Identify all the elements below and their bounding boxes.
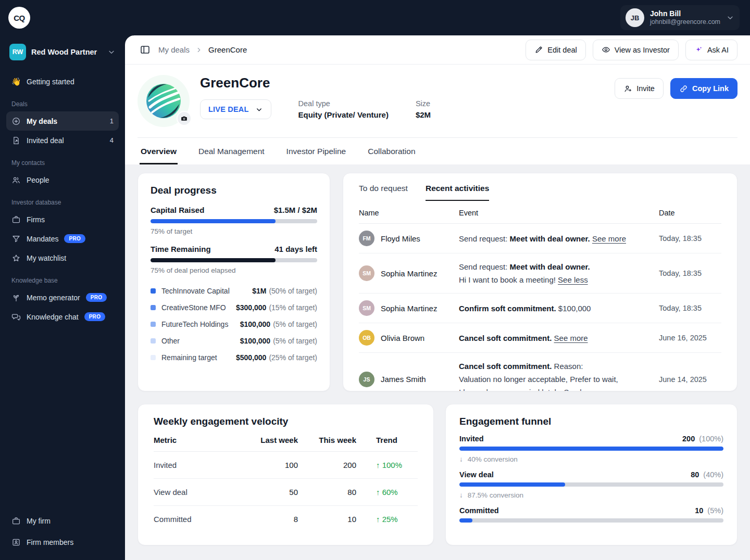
tab-to-do-request[interactable]: To do request [359, 184, 408, 201]
deal-logo [138, 75, 190, 127]
sidebar-item-label: My deals [27, 117, 57, 125]
sidebar-item-my-deals[interactable]: My deals1 [6, 111, 119, 131]
eye-icon [602, 45, 610, 54]
sidebar-toggle-icon[interactable] [138, 43, 152, 57]
arrow-up-icon: ↑ [376, 461, 382, 469]
breadcrumb-bar: My deals GreenCore Edit deal View as Inv… [125, 35, 750, 65]
activity-row: SMSophia MartinezConfirm soft commitment… [359, 294, 721, 323]
breakdown-label: TechInnovate Capital [161, 287, 252, 295]
tab-investor-pipeline[interactable]: Investor Pipeline [285, 138, 347, 164]
user-menu[interactable]: JB John Bill johnbill@greencore.com [620, 5, 740, 30]
see-less-link[interactable]: See less [564, 388, 594, 391]
conversion-note: ↓87.5% conversion [459, 491, 723, 499]
funnel-bar-fill [459, 518, 472, 523]
time-remaining-label: Time Remaining [151, 245, 211, 253]
see-less-link[interactable]: See less [558, 275, 588, 284]
sidebar-item-mandates[interactable]: MandatesPRO [6, 229, 119, 248]
workspace-switcher[interactable]: RW Red Wood Partner [6, 41, 119, 63]
ask-ai-button[interactable]: Ask AI [685, 40, 738, 60]
event-line: Hi I want to book a meeting! See less [459, 273, 651, 286]
funnel-step-percent: (5%) [705, 506, 723, 515]
pro-badge: PRO [64, 234, 85, 243]
breakdown-value: $500,000 [236, 353, 266, 362]
metric-label: Invited [154, 461, 236, 469]
star-icon [11, 253, 21, 263]
sidebar-item-people[interactable]: People [6, 170, 119, 189]
arrow-up-icon: ↑ [376, 488, 382, 497]
wave-emoji: 👋 [11, 77, 21, 86]
sidebar-item-my-firm[interactable]: My firm [6, 511, 119, 530]
activities-card: To do requestRecent activities Name Even… [343, 173, 738, 391]
legend-swatch [151, 305, 156, 310]
breakdown-label: FutureTech Holdings [161, 320, 240, 328]
workspace-badge: RW [9, 44, 26, 60]
event-text: $100,000 [556, 304, 591, 313]
activity-row: SMSophia MartinezSend request: Meet with… [359, 253, 721, 294]
event-text: Reason: [552, 362, 583, 371]
event-bold-text: Cancel soft commitment. [459, 334, 552, 342]
event-line: Send request: Meet with deal owner. See … [459, 232, 651, 245]
event-line: Valuation no longer acceptable, Prefer t… [459, 373, 651, 386]
deal-progress-card: Deal progress Capital Raised $1.5M / $2M… [138, 173, 330, 391]
sidebar-item-getting-started[interactable]: 👋Getting started [6, 72, 119, 91]
event-bold-text: Cancel soft commitment. [459, 362, 552, 371]
sidebar-item-firms[interactable]: Firms [6, 210, 119, 229]
deal-size-value: $2M [416, 110, 431, 119]
sidebar-item-label: Getting started [27, 78, 74, 86]
activity-event-cell: Cancel soft commitment. Reason:Valuation… [459, 360, 659, 391]
sidebar-item-memo-generator[interactable]: Memo generatorPRO [6, 288, 119, 307]
funnel-bar [459, 518, 723, 523]
velocity-row: Committed810↑ 25% [154, 506, 418, 532]
tab-overview[interactable]: Overview [140, 138, 178, 164]
breakdown-row: TechInnovate Capital$1M(50% of target) [151, 283, 317, 299]
sidebar-item-knowledge-chat[interactable]: Knowledge chatPRO [6, 307, 119, 326]
invite-button[interactable]: Invite [615, 78, 664, 99]
copy-link-button[interactable]: Copy Link [670, 78, 738, 99]
activity-row: JSJames SmithCancel soft commitment. Rea… [359, 353, 721, 391]
tab-collaboration[interactable]: Collaboration [367, 138, 416, 164]
briefcase-icon [11, 516, 21, 526]
avatar: SM [359, 300, 374, 316]
sidebar-item-invited-deal[interactable]: Invited deal4 [6, 131, 119, 150]
funnel-step-header: View deal80 (40%) [459, 470, 723, 479]
sidebar-item-label: Firms [27, 215, 45, 224]
funnel-card: Engagement funnel Invited200 (100%)↓40% … [445, 404, 738, 545]
column-metric: Metric [154, 436, 236, 444]
breadcrumb-parent[interactable]: My deals [158, 45, 190, 54]
breakdown-value: $300,000 [236, 303, 266, 312]
sidebar-item-firm-members[interactable]: Firm members [6, 532, 119, 552]
deal-status-dropdown[interactable]: LIVE DEAL [200, 99, 271, 119]
edit-deal-button[interactable]: Edit deal [526, 40, 585, 60]
camera-icon[interactable] [177, 111, 192, 126]
circle-plus-icon [11, 117, 21, 126]
sidebar-item-label: Firm members [27, 538, 73, 546]
time-remaining-sub: 75% of deal period elapsed [151, 266, 317, 274]
breakdown-label: Other [161, 337, 240, 345]
top-bar: CQ JB John Bill johnbill@greencore.com [0, 0, 750, 35]
breakdown-note: (15% of target) [269, 303, 317, 312]
breakdown-value: $1M [252, 287, 266, 295]
breadcrumb-current: GreenCore [208, 45, 247, 54]
this-week-value: 200 [298, 461, 356, 469]
sidebar-item-label: People [27, 176, 49, 184]
see-more-link[interactable]: See more [592, 234, 626, 243]
event-text: Send request: [459, 262, 510, 271]
avatar: JS [359, 372, 374, 387]
event-line: Send request: Meet with deal owner. [459, 260, 651, 273]
see-more-link[interactable]: See more [554, 334, 588, 342]
user-name: John Bill [650, 9, 720, 18]
last-week-value: 8 [236, 515, 298, 524]
app-logo[interactable]: CQ [8, 7, 30, 29]
activity-event-cell: Confirm soft commitment. $100,000 [459, 302, 659, 315]
column-date: Date [659, 209, 721, 217]
view-as-investor-button[interactable]: View as Investor [593, 40, 679, 60]
tab-deal-management[interactable]: Deal Management [197, 138, 266, 164]
activity-event-cell: Cancel soft commitment. See more [459, 332, 659, 345]
legend-swatch [151, 338, 156, 343]
main-panel: My deals GreenCore Edit deal View as Inv… [125, 35, 750, 560]
activity-name: James Smith [381, 375, 426, 384]
tab-recent-activities[interactable]: Recent activities [426, 184, 489, 201]
time-bar-fill [151, 258, 276, 262]
sidebar-item-my-watchlist[interactable]: My watchlist [6, 248, 119, 268]
activity-date: June 16, 2025 [659, 334, 721, 342]
